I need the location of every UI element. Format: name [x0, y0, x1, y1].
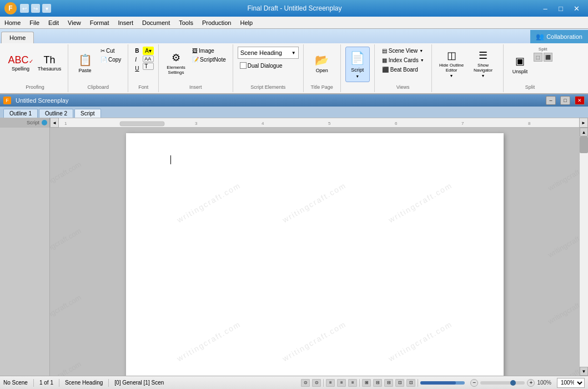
svg-text:7: 7 [461, 121, 464, 126]
doc-restore-button[interactable]: □ [560, 96, 570, 105]
minimize-button[interactable]: – [538, 3, 552, 14]
spelling-button[interactable]: ABC✓ Spelling [7, 47, 34, 80]
tab-outline2[interactable]: Outline 2 [39, 109, 73, 118]
redo-btn[interactable]: ↪ [31, 4, 40, 13]
nav-next-icon[interactable]: ⊙ [312, 379, 321, 387]
spelling-icon: ABC✓ [8, 55, 33, 65]
view-icon-5[interactable]: ⊡ [406, 379, 415, 387]
bold-button[interactable]: B [133, 47, 142, 55]
text-cursor [170, 155, 171, 164]
ruler-scroll-left[interactable]: ◄ [50, 118, 59, 128]
script-icon: 📄 [350, 51, 365, 65]
collaboration-button[interactable]: 👥 Collaboration [530, 30, 588, 43]
ribbon-group-views: ▤ Scene View ▼ ▦ Index Cards ▼ ⬛ Beat Bo… [375, 44, 432, 92]
hide-outline-icon: ◫ [447, 49, 456, 62]
script-area[interactable]: writingcraft.com writingcraft.com writin… [50, 128, 579, 376]
scroll-up-button[interactable]: ▲ [580, 128, 588, 137]
tab-home[interactable]: Home [1, 32, 34, 44]
font-buttons: B I U A▾ AA T [133, 47, 154, 83]
ruler-scroll-right[interactable]: ► [579, 118, 588, 128]
page-content[interactable] [126, 133, 504, 376]
font-aa-button[interactable]: AA [143, 55, 154, 62]
menu-home[interactable]: Home [0, 17, 25, 28]
view-icon-2[interactable]: ⊟ [373, 379, 382, 387]
menu-format[interactable]: Format [86, 17, 114, 28]
underline-button[interactable]: U [133, 64, 142, 73]
paste-icon: 📋 [78, 53, 92, 67]
copy-button[interactable]: 📄 Copy [98, 55, 123, 64]
script-label: Script [351, 67, 364, 73]
scriptnote-button[interactable]: 📝 ScriptNote [190, 55, 228, 64]
menu-production[interactable]: Production [198, 17, 236, 28]
view-icon-3[interactable]: ⊟ [384, 379, 393, 387]
menu-tools[interactable]: Tools [174, 17, 198, 28]
tab-outline1[interactable]: Outline 1 [3, 109, 38, 118]
quick-access-toolbar: ↩ ↪ ▾ [20, 4, 51, 13]
index-cards-button[interactable]: ▦ Index Cards ▼ [379, 56, 427, 64]
zoom-in-button[interactable]: + [527, 379, 535, 387]
watermark-right2: writingcraft.com [546, 226, 579, 259]
script-button[interactable]: 📄 Script ▼ [345, 47, 370, 82]
align-icon-1[interactable]: ≡ [326, 379, 335, 387]
close-button[interactable]: ✕ [569, 3, 584, 14]
scene-view-button[interactable]: ▤ Scene View ▼ [379, 47, 426, 55]
script-element-dropdown[interactable]: Scene Heading ▼ [238, 47, 299, 59]
font-t-button[interactable]: T [143, 63, 154, 70]
workspace: F Untitled Screenplay – □ ✕ Outline 1 Ou… [0, 94, 588, 376]
scroll-down-button[interactable]: ▼ [580, 367, 588, 376]
zoom-out-button[interactable]: − [470, 379, 478, 387]
cut-button[interactable]: ✂ Cut [98, 47, 123, 55]
dual-dialogue-button[interactable]: Dual Dialogue [238, 61, 285, 70]
show-navigator-button[interactable]: ☰ ShowNavigator ▼ [468, 47, 499, 80]
scroll-thumb[interactable] [580, 137, 588, 153]
ribbon-group-proofing: ABC✓ Spelling Th Thesaurus Proofing [2, 44, 68, 92]
insert-buttons: ⚙ ElementsSettings 🖼 Image 📝 ScriptNote [163, 47, 228, 83]
beat-board-button[interactable]: ⬛ Beat Board [379, 65, 421, 74]
doc-minimize-button[interactable]: – [546, 96, 556, 105]
clipboard-buttons: 📋 Paste ✂ Cut 📄 Copy [73, 47, 123, 83]
thesaurus-button[interactable]: Th Thesaurus [36, 47, 63, 80]
menu-help[interactable]: Help [235, 17, 257, 28]
menu-insert[interactable]: Insert [114, 17, 138, 28]
split-label-text: Split [539, 47, 547, 52]
status-general: [0] General [1] Scen [114, 380, 164, 386]
zoom-slider[interactable] [480, 381, 525, 385]
split-h-button[interactable]: ⬚ [534, 53, 542, 62]
show-navigator-arrow: ▼ [481, 74, 485, 78]
unsplit-label: Unsplit [512, 69, 528, 74]
insert-col: 🖼 Image 📝 ScriptNote [190, 47, 228, 64]
align-icon-2[interactable]: ≡ [337, 379, 346, 387]
zoom-select[interactable]: 100% 75% 150% [557, 378, 585, 388]
align-icon-3[interactable]: ≡ [348, 379, 357, 387]
right-scrollbar[interactable]: ▲ ▼ [579, 128, 588, 376]
script-progress-bar[interactable] [420, 381, 465, 385]
open-icon: 📂 [315, 53, 329, 67]
more-btn[interactable]: ▾ [42, 4, 51, 13]
view-icon-4[interactable]: ⊡ [395, 379, 404, 387]
tab-script[interactable]: Script [74, 109, 101, 118]
window-title: Final Draft - Untitled Screenplay [51, 4, 538, 12]
highlight-button[interactable]: A▾ [143, 47, 154, 55]
sidebar-marker [42, 120, 47, 125]
view-icon-1[interactable]: ⊞ [362, 379, 371, 387]
split-v-button[interactable]: ⬛ [544, 53, 552, 62]
status-sep-4 [323, 379, 324, 387]
open-title-page-button[interactable]: 📂 Open [308, 47, 336, 80]
maximize-button[interactable]: □ [554, 3, 568, 14]
nav-back-icon[interactable]: ⊙ [301, 379, 310, 387]
unsplit-button[interactable]: ▣ Unsplit [508, 47, 532, 82]
menu-view[interactable]: View [63, 17, 86, 28]
italic-button[interactable]: I [133, 55, 142, 64]
menu-edit[interactable]: Edit [44, 17, 63, 28]
paste-button[interactable]: 📋 Paste [73, 47, 97, 80]
views-buttons: ▤ Scene View ▼ ▦ Index Cards ▼ ⬛ Beat Bo… [379, 47, 427, 83]
doc-close-button[interactable]: ✕ [575, 96, 585, 105]
index-cards-label: Index Cards [389, 57, 419, 63]
hide-outline-editor-button[interactable]: ◫ Hide OutlineEditor ▼ [436, 47, 467, 80]
image-button[interactable]: 🖼 Image [190, 47, 228, 55]
status-sep-5 [359, 379, 360, 387]
menu-document[interactable]: Document [138, 17, 174, 28]
menu-file[interactable]: File [25, 17, 44, 28]
undo-btn[interactable]: ↩ [20, 4, 29, 13]
elements-settings-button[interactable]: ⚙ ElementsSettings [163, 47, 189, 80]
